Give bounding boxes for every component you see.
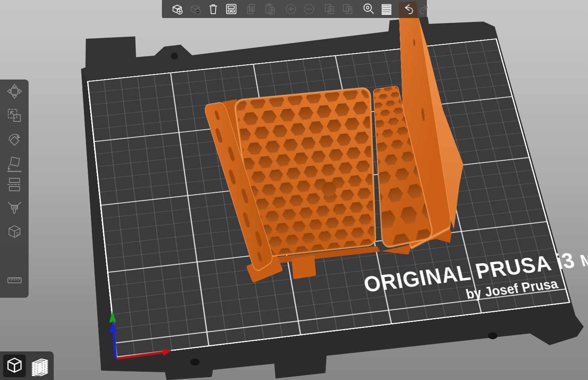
copy-button[interactable] — [245, 2, 259, 16]
remove-instance-button[interactable] — [302, 2, 316, 16]
redo-button[interactable] — [419, 2, 432, 16]
origin-axes — [0, 0, 588, 380]
rotate-tool-button[interactable] — [5, 130, 24, 148]
add-instance-button[interactable] — [284, 2, 298, 16]
measure-tool-button[interactable] — [5, 271, 24, 289]
place-on-face-tool-button[interactable] — [5, 154, 24, 172]
top-toolbar — [162, 0, 427, 18]
view-mode-toolbar — [0, 351, 54, 380]
seam-painting-tool-button[interactable] — [5, 223, 24, 241]
scale-tool-button[interactable] — [5, 107, 24, 125]
z-axis-arrow — [109, 320, 117, 358]
split-to-parts-button[interactable] — [341, 2, 354, 16]
split-to-objects-button[interactable] — [323, 2, 336, 16]
search-button[interactable] — [362, 2, 375, 16]
arrange-button[interactable] — [225, 2, 238, 16]
variable-layer-height-button[interactable] — [380, 2, 393, 16]
cut-tool-button[interactable] — [5, 176, 24, 194]
add-button[interactable] — [171, 2, 184, 16]
left-toolbar — [0, 80, 29, 298]
paste-button[interactable] — [263, 2, 277, 16]
delete-button[interactable] — [189, 2, 202, 16]
x-axis-arrow — [117, 349, 172, 358]
preview-view-button[interactable] — [28, 355, 51, 377]
slicer-3d-viewport: ORIGINAL PRUSA i3 MK3 by Josef Prusa — [0, 0, 588, 380]
delete-all-button[interactable] — [207, 2, 220, 16]
undo-button[interactable] — [401, 2, 414, 16]
move-tool-button[interactable] — [5, 82, 24, 100]
paint-on-supports-tool-button[interactable] — [5, 199, 24, 217]
3d-editor-view-button[interactable] — [3, 355, 26, 377]
